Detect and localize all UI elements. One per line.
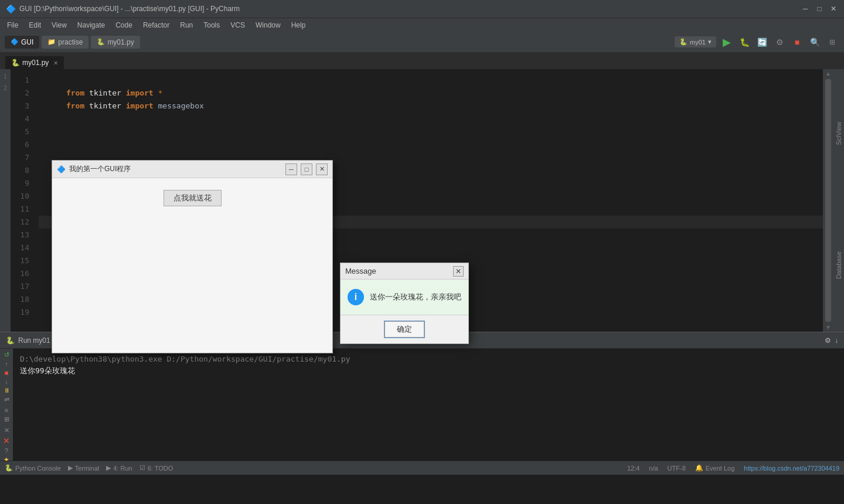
- sidebar-structure-icon[interactable]: 2: [1, 83, 10, 93]
- code-line-5: [39, 125, 823, 138]
- menu-navigate[interactable]: Navigate: [73, 20, 110, 30]
- floating-window-controls[interactable]: ─ □ ✕: [285, 164, 328, 175]
- cursor-position: 12:4: [627, 465, 639, 472]
- message-dialog-close[interactable]: ✕: [453, 266, 464, 277]
- close-button[interactable]: ✕: [829, 4, 838, 13]
- menu-vcs[interactable]: VCS: [226, 20, 250, 30]
- menu-window[interactable]: Window: [251, 20, 285, 30]
- sidebar-project-icon[interactable]: 1: [1, 71, 10, 81]
- menu-run[interactable]: Run: [175, 20, 198, 30]
- error-icon[interactable]: ✕: [1, 436, 12, 445]
- grid-icon[interactable]: ⊞: [825, 35, 839, 49]
- run-panel-body: ↺ ↑ ■ ↓ ⏸ ⇌ ≡ ⊞ ✕ ✕ ? ★ D:\develop\Pytho…: [0, 349, 844, 461]
- run-panel-settings-icon[interactable]: ⚙: [825, 336, 831, 345]
- todo-label: 6: TODO: [148, 465, 173, 472]
- floating-gui-window[interactable]: 🔷 我的第一个GUI程序 ─ □ ✕ 点我就送花: [52, 160, 333, 353]
- clear-icon[interactable]: ✕: [1, 427, 12, 434]
- filter-icon[interactable]: ⊞: [1, 416, 12, 423]
- message-dialog[interactable]: Message ✕ i 送你一朵玫瑰花，亲亲我吧 确定: [340, 263, 469, 344]
- file-tabs: 🐍 my01.py ✕: [0, 53, 844, 69]
- right-panel-labels: ScIView Database: [833, 69, 844, 332]
- run-panel-controls[interactable]: ⚙ ↓: [825, 336, 838, 345]
- run-panel-left-icons: ↺ ↑ ■ ↓ ⏸ ⇌ ≡ ⊞ ✕ ✕ ? ★: [0, 349, 13, 461]
- tab-gui-label: GUI: [21, 38, 33, 46]
- floating-window-button[interactable]: 点我就送花: [164, 190, 222, 206]
- scroll-down-run-icon[interactable]: ↓: [1, 378, 12, 385]
- file-tab-close[interactable]: ✕: [53, 60, 58, 66]
- terminal-tab[interactable]: ▶ Terminal: [68, 464, 100, 472]
- floating-window-icon: 🔷: [57, 165, 66, 173]
- run-button[interactable]: ▶: [720, 35, 734, 49]
- tab-gui[interactable]: 🔷 GUI: [5, 36, 39, 49]
- floating-minimize-button[interactable]: ─: [285, 164, 297, 175]
- menu-file[interactable]: File: [2, 20, 23, 30]
- menu-view[interactable]: View: [47, 20, 72, 30]
- scroll-down-icon[interactable]: ▼: [825, 324, 831, 331]
- python-console-tab[interactable]: 🐍 Python Console: [5, 464, 61, 472]
- menu-edit[interactable]: Edit: [24, 20, 46, 30]
- search-icon[interactable]: 🔍: [808, 35, 822, 49]
- status-bar-right: 12:4 n/a UTF-8 🔔 Event Log https://blog.…: [627, 464, 839, 472]
- terminal-label: Terminal: [75, 465, 100, 472]
- todo-icon: ☑: [139, 464, 145, 472]
- floating-close-button[interactable]: ✕: [316, 164, 328, 175]
- settings-icon[interactable]: ⚙: [772, 35, 787, 49]
- sciview-panel-label[interactable]: ScIView: [834, 120, 843, 148]
- menu-tools[interactable]: Tools: [199, 20, 224, 30]
- reload-button[interactable]: 🔄: [755, 35, 769, 49]
- star-icon[interactable]: ★: [1, 456, 12, 461]
- wrap-icon[interactable]: ⇌: [1, 396, 12, 403]
- help-run-icon[interactable]: ?: [1, 447, 12, 454]
- floating-window-titlebar: 🔷 我的第一个GUI程序 ─ □ ✕: [52, 161, 332, 178]
- run-panel-close-icon[interactable]: ↓: [835, 336, 838, 345]
- tab-practise[interactable]: 📁 practise: [42, 36, 89, 49]
- scrollbar-thumb[interactable]: [825, 79, 831, 322]
- run-panel-config-icon: 🐍: [6, 336, 15, 345]
- file-tab-label: my01.py: [22, 59, 49, 67]
- rerun-icon[interactable]: ↺: [1, 351, 12, 359]
- stop-button[interactable]: ■: [790, 35, 804, 49]
- run-tab[interactable]: ▶ 4: Run: [106, 464, 132, 472]
- scroll-up-icon[interactable]: ▲: [825, 70, 831, 77]
- stop-run-icon[interactable]: ■: [1, 369, 12, 376]
- message-dialog-titlebar: Message ✕: [341, 263, 468, 280]
- left-sidebar: 1 2: [0, 69, 11, 332]
- event-log-icon: 🔔: [695, 464, 703, 472]
- menu-code[interactable]: Code: [111, 20, 137, 30]
- info-icon: i: [348, 289, 364, 305]
- chevron-down-icon: ▾: [708, 38, 712, 46]
- run-panel-title: 🐍 Run my01: [6, 336, 50, 345]
- vertical-scrollbar[interactable]: ▲ ▼: [823, 69, 833, 332]
- floating-maximize-button[interactable]: □: [301, 164, 312, 175]
- todo-tab[interactable]: ☑ 6: TODO: [139, 464, 173, 472]
- menu-help[interactable]: Help: [287, 20, 311, 30]
- pause-icon[interactable]: ⏸: [1, 387, 12, 394]
- message-dialog-title: Message: [345, 267, 376, 275]
- encoding: UTF-8: [668, 465, 686, 472]
- menu-refactor[interactable]: Refactor: [138, 20, 174, 30]
- python-console-label: Python Console: [15, 465, 61, 472]
- url-link[interactable]: https://blog.csdn.net/a772304419: [744, 465, 839, 472]
- message-dialog-ok-button[interactable]: 确定: [384, 321, 424, 338]
- event-log-tab[interactable]: 🔔 Event Log: [695, 464, 735, 472]
- title-bar-controls[interactable]: ─ □ ✕: [801, 4, 838, 13]
- soft-wrap-icon[interactable]: ≡: [1, 407, 12, 414]
- toolbar: 🔷 GUI 📁 practise 🐍 my01.py 🐍 my01 ▾ ▶ 🐛 …: [0, 32, 844, 53]
- title-bar: 🔷 GUI [D:\Python\workspace\GUI] - ...\pr…: [0, 0, 844, 18]
- message-dialog-body: i 送你一朵玫瑰花，亲亲我吧: [341, 280, 468, 315]
- debug-button[interactable]: 🐛: [737, 35, 751, 49]
- scroll-up-run-icon[interactable]: ↑: [1, 360, 12, 367]
- file-tab-my01[interactable]: 🐍 my01.py ✕: [5, 56, 64, 69]
- run-config-selector[interactable]: 🐍 my01 ▾: [675, 36, 716, 47]
- python-icon: 🐍: [97, 38, 105, 46]
- title-bar-left: 🔷 GUI [D:\Python\workspace\GUI] - ...\pr…: [6, 4, 240, 13]
- tab-my01[interactable]: 🐍 my01.py: [91, 36, 139, 49]
- code-line-6: [39, 138, 823, 151]
- line-endings: n/a: [649, 465, 658, 472]
- run-command-line: D:\develop\Python38\python3.exe D:/Pytho…: [20, 353, 837, 365]
- database-panel-label[interactable]: Database: [834, 249, 843, 281]
- code-line-4: [39, 113, 823, 125]
- minimize-button[interactable]: ─: [801, 4, 810, 13]
- tab-my01-label: my01.py: [107, 38, 134, 46]
- maximize-button[interactable]: □: [815, 4, 824, 13]
